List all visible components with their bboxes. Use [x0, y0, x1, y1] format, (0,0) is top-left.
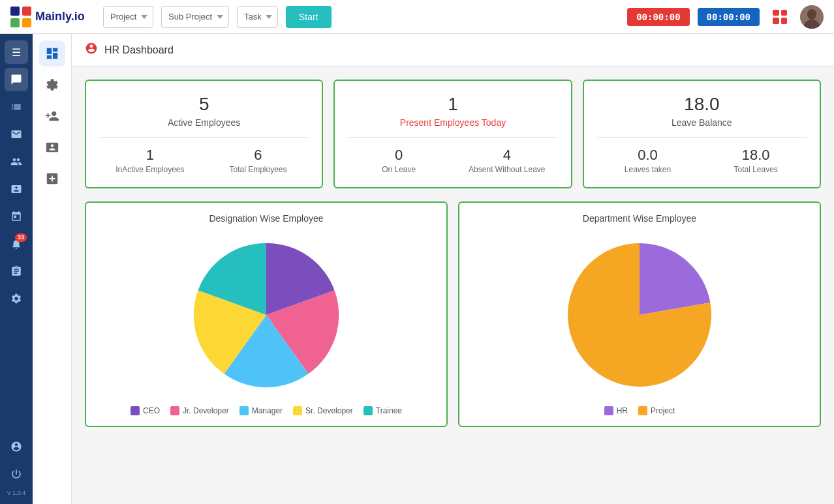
- sidebar-idcard-icon[interactable]: [5, 177, 28, 201]
- leaves-taken-value: 0.0: [597, 147, 699, 164]
- on-leave-value: 0: [348, 147, 450, 164]
- content-area: HR Dashboard 5 Active Employees 1 InActi…: [72, 34, 834, 504]
- legend-ceo: CEO: [131, 406, 160, 415]
- legend-manager-dot: [239, 406, 249, 415]
- navbar: Mainly.io Project Sub Project Task Start…: [0, 0, 834, 34]
- project-select-wrap: Project: [103, 6, 153, 28]
- sidebar-mail-icon[interactable]: [5, 123, 28, 146]
- total-employees-value: 6: [208, 147, 309, 164]
- leave-balance-value: 18.0: [597, 94, 807, 115]
- sidebar2-id-icon[interactable]: [39, 134, 65, 160]
- stat-card-leave-balance: 18.0 Leave Balance 0.0 Leaves taken 18.0…: [583, 80, 821, 188]
- sidebar2-gear-icon[interactable]: [39, 72, 65, 98]
- legend-manager: Manager: [239, 406, 283, 415]
- total-leaves-label: Total Leaves: [705, 165, 807, 174]
- svg-rect-1: [22, 7, 31, 16]
- inactive-employees-value: 1: [99, 147, 201, 164]
- designation-pie-chart: [188, 237, 345, 393]
- present-employees-value: 1: [348, 94, 557, 115]
- logo-icon: [10, 7, 31, 27]
- absent-label: Absent Without Leave: [456, 165, 558, 174]
- stat-card-top-1: 5 Active Employees: [99, 94, 309, 138]
- subproject-select[interactable]: Sub Project: [161, 6, 229, 28]
- legend-hr-dot: [604, 406, 613, 415]
- timer-blue: 00:00:00: [698, 8, 760, 26]
- sidebar2-dashboard-icon[interactable]: [39, 40, 65, 67]
- active-employees-value: 5: [99, 94, 309, 115]
- absent-block: 4 Absent Without Leave: [456, 147, 558, 174]
- sidebar-user-settings-icon[interactable]: [5, 435, 28, 458]
- sidebar-clipboard-icon[interactable]: [5, 259, 28, 283]
- total-leaves-block: 18.0 Total Leaves: [705, 147, 807, 174]
- app-logo: Mainly.io: [10, 7, 95, 27]
- start-button[interactable]: Start: [286, 6, 332, 28]
- chart-department: Department Wise Employee: [458, 201, 821, 427]
- sidebar-settings-icon[interactable]: [5, 287, 28, 310]
- stat-card-bottom-2: 0 On Leave 4 Absent Without Leave: [348, 147, 557, 174]
- subproject-select-wrap: Sub Project: [161, 6, 229, 28]
- dashboard-content: 5 Active Employees 1 InActive Employees …: [72, 67, 834, 440]
- project-select[interactable]: Project: [103, 6, 153, 28]
- inactive-employees-label: InActive Employees: [99, 165, 201, 174]
- chart-designation: Designation Wise Employee: [85, 201, 448, 427]
- sidebar2-personadd-icon[interactable]: [39, 103, 65, 129]
- svg-rect-3: [22, 18, 31, 27]
- total-employees-block: 6 Total Employees: [208, 147, 309, 174]
- present-employees-label: Present Employees Today: [348, 117, 557, 128]
- legend-sr-dev: Sr. Developer: [293, 406, 353, 415]
- leave-balance-label: Leave Balance: [597, 117, 807, 128]
- task-select[interactable]: Task: [237, 6, 278, 28]
- legend-trainee-dot: [363, 406, 373, 415]
- leaves-taken-label: Leaves taken: [597, 165, 699, 174]
- sidebar-narrow: ☰ 33: [0, 34, 33, 504]
- legend-sr-dev-label: Sr. Developer: [305, 406, 353, 415]
- sidebar-users-icon[interactable]: [5, 150, 28, 173]
- sidebar-menu-icon[interactable]: ☰: [5, 40, 28, 64]
- chart-designation-title: Designation Wise Employee: [97, 213, 436, 224]
- legend-trainee-label: Trainee: [376, 406, 402, 415]
- notification-badge: 33: [15, 233, 27, 242]
- active-employees-label: Active Employees: [99, 117, 309, 128]
- stat-card-top-3: 18.0 Leave Balance: [597, 94, 807, 138]
- designation-legend: CEO Jr. Developer Manager Sr. Devel: [97, 406, 436, 415]
- chart-designation-container: [97, 230, 436, 400]
- legend-project-label: Project: [651, 406, 675, 415]
- on-leave-label: On Leave: [348, 165, 450, 174]
- sidebar-calendar-icon[interactable]: [5, 205, 28, 228]
- chart-department-container: [470, 230, 809, 400]
- svg-rect-2: [10, 18, 20, 27]
- absent-value: 4: [456, 147, 558, 164]
- stat-card-bottom-1: 1 InActive Employees 6 Total Employees: [99, 147, 309, 174]
- version-text: V 1.0.4: [7, 490, 26, 497]
- sidebar-list-icon[interactable]: [5, 95, 28, 119]
- sidebar-notification-icon[interactable]: 33: [5, 232, 28, 256]
- legend-hr-label: HR: [617, 406, 628, 415]
- sidebar-second: [33, 34, 72, 504]
- page-header: HR Dashboard: [72, 34, 834, 67]
- chart-department-title: Department Wise Employee: [470, 213, 809, 224]
- stat-card-bottom-3: 0.0 Leaves taken 18.0 Total Leaves: [597, 147, 807, 174]
- svg-rect-0: [10, 7, 20, 16]
- sidebar2-addbox-icon[interactable]: [39, 166, 65, 192]
- legend-ceo-dot: [131, 406, 140, 415]
- header-icon: [85, 42, 98, 58]
- stat-card-top-2: 1 Present Employees Today: [348, 94, 557, 138]
- page-title: HR Dashboard: [104, 44, 174, 56]
- stat-card-present-employees: 1 Present Employees Today 0 On Leave 4 A…: [333, 80, 572, 188]
- sidebar-power-icon[interactable]: [5, 462, 28, 486]
- total-leaves-value: 18.0: [705, 147, 807, 164]
- user-avatar-img: [800, 5, 824, 29]
- department-legend: HR Project: [470, 406, 809, 415]
- sidebar-chat-icon[interactable]: [5, 68, 28, 91]
- stat-card-active-employees: 5 Active Employees 1 InActive Employees …: [85, 80, 323, 188]
- legend-trainee: Trainee: [363, 406, 402, 415]
- legend-hr: HR: [604, 406, 628, 415]
- inactive-employees-block: 1 InActive Employees: [99, 147, 201, 174]
- on-leave-block: 0 On Leave: [348, 147, 450, 174]
- charts-row: Designation Wise Employee: [85, 201, 821, 427]
- grid-view-icon[interactable]: [773, 10, 787, 24]
- task-select-wrap: Task: [237, 6, 278, 28]
- avatar[interactable]: [800, 5, 824, 29]
- legend-project: Project: [638, 406, 675, 415]
- legend-project-dot: [638, 406, 647, 415]
